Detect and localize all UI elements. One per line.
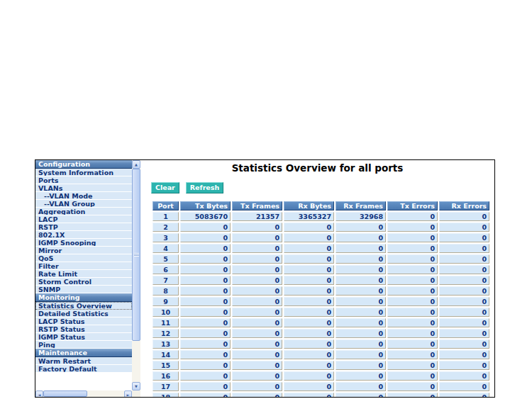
table-row-port-1: 150836702135733653273296800 — [153, 212, 489, 221]
cell-port: 10 — [153, 308, 179, 317]
cell-rx-bytes: 0 — [284, 318, 334, 327]
cell-port: 11 — [153, 318, 179, 327]
cell-rx-errors: 0 — [439, 382, 489, 391]
scroll-up-icon: ▲ — [135, 162, 138, 167]
cell-tx-errors: 0 — [387, 223, 438, 232]
page-title: Statistics Overview for all ports — [140, 162, 494, 174]
cell-tx-errors: 0 — [387, 244, 438, 253]
cell-tx-bytes: 0 — [180, 350, 231, 359]
horizontal-scrollbar[interactable]: ◄ ► — [35, 390, 132, 397]
sidebar-item-802-1x[interactable]: 802.1X — [35, 231, 132, 239]
cell-rx-bytes: 0 — [284, 350, 334, 359]
sidebar-item-vlan-group[interactable]: --VLAN Group — [35, 200, 132, 208]
cell-tx-frames: 0 — [232, 371, 282, 381]
table-row-port-17: 17000000 — [153, 382, 489, 391]
cell-tx-errors: 0 — [387, 371, 438, 381]
cell-tx-errors: 0 — [387, 339, 438, 349]
cell-tx-bytes: 0 — [180, 297, 231, 306]
cell-rx-errors: 0 — [439, 233, 489, 242]
cell-rx-bytes: 0 — [284, 361, 334, 370]
cell-port: 2 — [153, 223, 179, 232]
sidebar-item-warm-restart[interactable]: Warm Restart — [35, 357, 132, 365]
sidebar-item-igmp-status[interactable]: IGMP Status — [35, 333, 132, 341]
cell-tx-frames: 0 — [232, 308, 282, 317]
cell-rx-frames: 0 — [336, 371, 386, 381]
cell-rx-bytes: 0 — [284, 308, 334, 317]
sidebar-item-rstp[interactable]: RSTP — [35, 223, 132, 231]
sidebar-item-filter[interactable]: Filter — [35, 262, 132, 270]
refresh-button[interactable]: Refresh — [186, 182, 223, 193]
vertical-scrollbar[interactable]: ▲ ▼ — [132, 160, 140, 390]
cell-rx-bytes: 0 — [284, 244, 334, 253]
scroll-left-icon: ◄ — [38, 393, 41, 397]
scroll-down-button[interactable]: ▼ — [132, 382, 140, 390]
sidebar-item-vlans[interactable]: VLANs — [35, 184, 132, 192]
sidebar-item-qos[interactable]: QoS — [35, 254, 132, 262]
table-row-port-18: 18000000 — [153, 393, 489, 397]
cell-rx-frames: 0 — [336, 297, 386, 306]
vertical-scrollbar-thumb[interactable] — [132, 169, 140, 341]
cell-tx-errors: 0 — [387, 350, 438, 359]
cell-rx-errors: 0 — [439, 223, 489, 232]
cell-tx-errors: 0 — [387, 308, 438, 317]
cell-port: 8 — [153, 286, 179, 296]
sidebar-item-rstp-status[interactable]: RSTP Status — [35, 325, 132, 333]
table-row-port-5: 5000000 — [153, 254, 489, 264]
cell-rx-errors: 0 — [439, 244, 489, 253]
sidebar-item-lacp[interactable]: LACP — [35, 215, 132, 223]
horizontal-scrollbar-row: ◄ ► — [35, 390, 140, 397]
scroll-up-button[interactable]: ▲ — [132, 160, 140, 169]
toolbar: Clear Refresh — [151, 182, 494, 193]
sidebar-item-storm-control[interactable]: Storm Control — [35, 278, 132, 286]
stats-table-header-row: PortTx BytesTx FramesRx BytesRx FramesTx… — [153, 201, 489, 210]
sidebar-item-igmp-snooping[interactable]: IGMP Snooping — [35, 239, 132, 247]
cell-tx-errors: 0 — [387, 276, 438, 285]
sidebar-item-snmp[interactable]: SNMP — [35, 286, 132, 293]
scroll-right-button[interactable]: ► — [124, 390, 132, 398]
horizontal-scrollbar-thumb[interactable] — [43, 390, 87, 397]
cell-tx-errors: 0 — [387, 297, 438, 306]
sidebar-item-system-information[interactable]: System Information — [35, 169, 132, 176]
app-panel: ConfigurationSystem InformationPortsVLAN… — [35, 159, 495, 398]
cell-rx-bytes: 0 — [284, 382, 334, 391]
cell-port: 15 — [153, 361, 179, 370]
cell-tx-frames: 0 — [232, 265, 282, 274]
sidebar-item-lacp-status[interactable]: LACP Status — [35, 317, 132, 325]
column-header-port: Port — [153, 201, 179, 210]
cell-tx-frames: 21357 — [232, 212, 282, 221]
cell-port: 9 — [153, 297, 179, 306]
sidebar-item-statistics-overview[interactable]: Statistics Overview — [35, 302, 132, 310]
cell-tx-errors: 0 — [387, 212, 438, 221]
sidebar-item-aggregation[interactable]: Aggregation — [35, 208, 132, 215]
cell-tx-bytes: 0 — [180, 276, 231, 285]
cell-rx-errors: 0 — [439, 265, 489, 274]
cell-rx-errors: 0 — [439, 393, 489, 397]
cell-tx-bytes: 0 — [180, 371, 231, 381]
table-row-port-2: 2000000 — [153, 223, 489, 232]
cell-port: 3 — [153, 233, 179, 242]
sidebar-item-vlan-mode[interactable]: --VLAN Mode — [35, 192, 132, 200]
table-row-port-15: 15000000 — [153, 361, 489, 370]
cell-rx-bytes: 0 — [284, 265, 334, 274]
scroll-left-button[interactable]: ◄ — [35, 390, 43, 398]
sidebar-item-mirror[interactable]: Mirror — [35, 247, 132, 254]
vertical-scrollbar-track[interactable] — [132, 341, 140, 382]
cell-port: 5 — [153, 254, 179, 264]
sidebar-section-maintenance: Maintenance — [35, 349, 132, 357]
sidebar-item-ping[interactable]: Ping — [35, 341, 132, 349]
clear-button[interactable]: Clear — [151, 182, 179, 193]
sidebar-item-factory-default[interactable]: Factory Default — [35, 365, 132, 373]
cell-tx-frames: 0 — [232, 393, 282, 397]
cell-rx-frames: 0 — [336, 265, 386, 274]
sidebar-item-detailed-statistics[interactable]: Detailed Statistics — [35, 310, 132, 317]
main-content: Statistics Overview for all ports Clear … — [140, 160, 494, 397]
cell-rx-bytes: 0 — [284, 393, 334, 397]
horizontal-scrollbar-track[interactable] — [87, 390, 124, 397]
sidebar-item-ports[interactable]: Ports — [35, 176, 132, 184]
cell-rx-frames: 0 — [336, 318, 386, 327]
cell-tx-frames: 0 — [232, 254, 282, 264]
cell-tx-bytes: 0 — [180, 339, 231, 349]
cell-port: 13 — [153, 339, 179, 349]
cell-rx-errors: 0 — [439, 286, 489, 296]
sidebar-item-rate-limit[interactable]: Rate Limit — [35, 270, 132, 278]
